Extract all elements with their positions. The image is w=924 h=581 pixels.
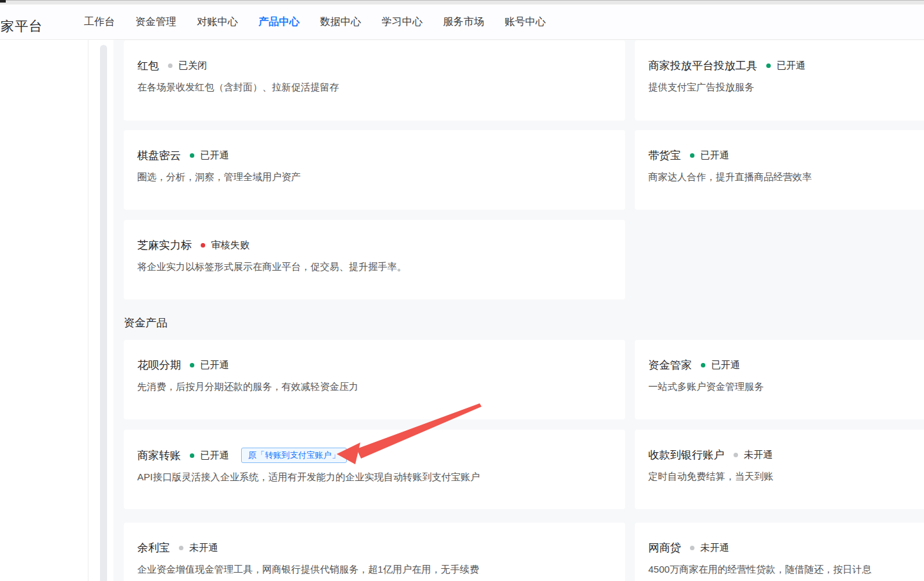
card-title: 花呗分期 <box>137 358 181 373</box>
card-description: 4500万商家在用的经营性贷款，随借随还，按日计息 <box>648 564 924 576</box>
card-title: 棋盘密云 <box>137 148 181 163</box>
card-description: 将企业实力以标签形式展示在商业平台，促交易、提升握手率。 <box>137 261 625 273</box>
header: 家平台 工作台 资金管理 对账中心 产品中心 数据中心 学习中心 服务市场 账号… <box>0 4 924 40</box>
card-fund-manager[interactable]: 资金管家 已开通 一站式多账户资金管理服务 <box>635 340 924 419</box>
card-daihuobao[interactable]: 带货宝 已开通 商家达人合作，提升直播商品经营效率 <box>635 130 924 210</box>
nav-data-center[interactable]: 数据中心 <box>310 15 371 29</box>
card-qipan-miyun[interactable]: 棋盘密云 已开通 圈选，分析，洞察，管理全域用户资产 <box>124 130 625 210</box>
top-nav: 工作台 资金管理 对账中心 产品中心 数据中心 学习中心 服务市场 账号中心 <box>74 4 556 40</box>
status-dot-icon <box>190 453 194 458</box>
card-receive-to-bank[interactable]: 收款到银行账户 未开通 定时自动免费结算，当天到账 <box>635 430 924 509</box>
status-dot-icon <box>179 546 183 550</box>
nav-account-center[interactable]: 账号中心 <box>494 15 556 29</box>
status-badge: 已开通 <box>690 149 729 162</box>
section-heading-fund-products: 资金产品 <box>124 316 167 330</box>
status-dot-icon <box>190 363 194 367</box>
status-dot-icon <box>734 453 738 457</box>
card-title: 收款到银行账户 <box>648 448 725 462</box>
card-description: 提供支付宝广告投放服务 <box>648 81 924 94</box>
card-zhima-strength-label[interactable]: 芝麻实力标 审核失败 将企业实力以标签形式展示在商业平台，促交易、提升握手率。 <box>124 220 625 299</box>
platform-logo: 家平台 <box>1 17 43 35</box>
status-badge: 未开通 <box>734 449 773 461</box>
nav-fund-management[interactable]: 资金管理 <box>125 15 187 29</box>
status-badge: 已开通 <box>190 450 229 462</box>
status-badge: 已开通 <box>190 359 229 371</box>
card-red-packet[interactable]: 红包 已关闭 在各场景收发红包（含封面）、拉新促活提留存 <box>124 40 625 121</box>
card-title: 带货宝 <box>648 148 681 163</box>
card-title: 红包 <box>137 58 159 73</box>
status-dot-icon <box>690 546 694 550</box>
status-dot-icon <box>690 153 694 158</box>
status-badge: 已开通 <box>190 149 229 162</box>
card-yulibao[interactable]: 余利宝 未开通 企业资金增值现金管理工具，网商银行提供代销服务，超1亿用户在用，… <box>124 523 625 581</box>
vertical-scrollbar[interactable] <box>100 45 107 581</box>
card-merchant-ad-tools[interactable]: 商家投放平台投放工具 已开通 提供支付宝广告投放服务 <box>635 40 924 121</box>
card-title: 芝麻实力标 <box>137 238 192 253</box>
card-description: 先消费，后按月分期还款的服务，有效减轻资金压力 <box>137 381 625 393</box>
status-dot-icon <box>766 63 771 68</box>
status-dot-icon <box>201 243 205 248</box>
nav-service-market[interactable]: 服务市场 <box>433 15 494 29</box>
former-name-badge[interactable]: 原「转账到支付宝账户」 <box>241 448 347 463</box>
card-merchant-transfer[interactable]: 商家转账 已开通 原「转账到支付宝账户」 API接口版灵活接入企业系统，适用有开… <box>124 430 625 509</box>
status-badge: 已关闭 <box>168 60 207 72</box>
status-badge: 已开通 <box>701 359 740 371</box>
card-description: 定时自动免费结算，当天到账 <box>648 471 924 483</box>
card-huabei-installment[interactable]: 花呗分期 已开通 先消费，后按月分期还款的服务，有效减轻资金压力 <box>124 340 625 419</box>
status-dot-icon <box>701 363 705 367</box>
card-wangshangdai[interactable]: 网商贷 未开通 4500万商家在用的经营性贷款，随借随还，按日计息 <box>635 523 924 581</box>
card-title: 余利宝 <box>137 541 170 555</box>
card-description: 企业资金增值现金管理工具，网商银行提供代销服务，超1亿用户在用，无手续费 <box>137 564 625 576</box>
nav-product-center[interactable]: 产品中心 <box>248 15 310 29</box>
nav-reconciliation-center[interactable]: 对账中心 <box>187 15 248 29</box>
card-title: 商家投放平台投放工具 <box>648 58 757 73</box>
card-description: 商家达人合作，提升直播商品经营效率 <box>648 171 924 183</box>
left-sidebar <box>0 40 88 581</box>
status-badge: 已开通 <box>766 60 805 72</box>
card-description: 一站式多账户资金管理服务 <box>648 381 924 393</box>
card-description: 圈选，分析，洞察，管理全域用户资产 <box>137 171 625 183</box>
nav-workbench[interactable]: 工作台 <box>74 15 125 29</box>
card-description: API接口版灵活接入企业系统，适用有开发能力的企业实现自动转账到支付宝账户 <box>137 471 625 484</box>
status-badge: 审核失败 <box>201 239 249 251</box>
card-title: 资金管家 <box>648 358 692 373</box>
card-description: 在各场景收发红包（含封面）、拉新促活提留存 <box>137 81 625 94</box>
status-dot-icon <box>168 63 172 68</box>
card-title: 网商贷 <box>648 541 681 555</box>
card-title: 商家转账 <box>137 448 181 463</box>
status-dot-icon <box>190 153 194 158</box>
browser-top-strip <box>0 0 924 4</box>
status-badge: 未开通 <box>179 542 218 554</box>
status-badge: 未开通 <box>690 542 729 554</box>
top-strip-corner <box>0 0 6 3</box>
nav-learning-center[interactable]: 学习中心 <box>371 15 433 29</box>
